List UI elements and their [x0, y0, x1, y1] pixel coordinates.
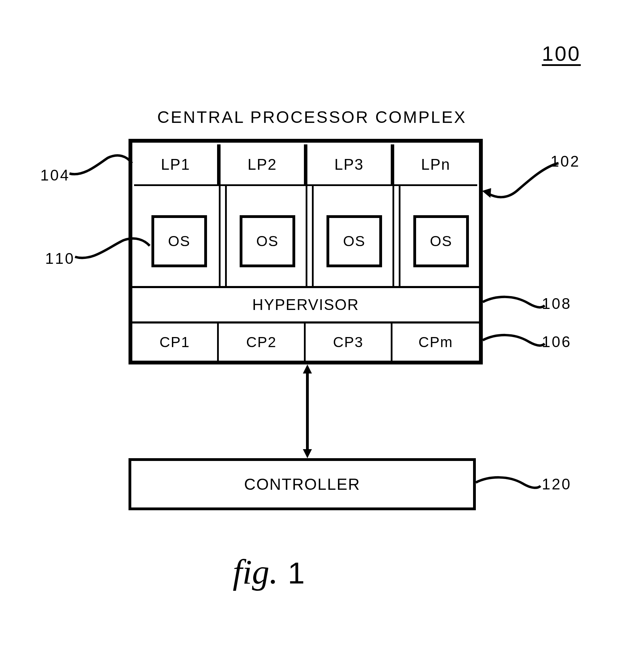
svg-marker-2	[303, 449, 312, 458]
lead-102	[482, 163, 562, 215]
lp-cell-2: LP2	[219, 144, 306, 186]
svg-marker-1	[303, 364, 312, 373]
cp-cell-m: CPm	[392, 324, 479, 361]
cp-cell-1: CP1	[132, 324, 219, 361]
os-box-1: OS	[151, 215, 207, 267]
lead-108	[483, 294, 545, 319]
callout-106: 106	[542, 333, 571, 351]
os-box-3: OS	[326, 215, 382, 267]
lp-cell-3: LP3	[306, 144, 392, 186]
lead-106	[483, 333, 545, 357]
os-box-n: OS	[413, 215, 469, 267]
figure-number: 100	[542, 42, 581, 66]
connector-arrow	[302, 364, 313, 458]
lp-divider-2b	[312, 186, 314, 286]
os-box-2: OS	[240, 215, 295, 267]
figure-caption: fig.1	[233, 552, 306, 592]
lp-divider-1b	[225, 186, 227, 286]
controller-box: CONTROLLER	[129, 458, 476, 510]
lead-104	[69, 153, 134, 184]
diagram-canvas: 100 CENTRAL PROCESSOR COMPLEX LP1 LP2 LP…	[0, 0, 637, 672]
callout-102: 102	[551, 153, 580, 170]
diagram-title: CENTRAL PROCESSOR COMPLEX	[138, 108, 486, 127]
hypervisor-row: HYPERVISOR	[132, 286, 479, 324]
lp-divider-3b	[399, 186, 400, 286]
lp-divider-3	[392, 186, 394, 286]
callout-110: 110	[45, 250, 75, 267]
lp-divider-2	[306, 186, 307, 286]
svg-marker-3	[482, 188, 491, 198]
cp-cell-3: CP3	[306, 324, 392, 361]
lead-120	[476, 475, 542, 499]
callout-104: 104	[40, 167, 70, 184]
lp-divider-1	[219, 186, 221, 286]
lp-cell-n: LPn	[392, 144, 477, 186]
cp-cell-2: CP2	[219, 324, 306, 361]
callout-120: 120	[542, 476, 571, 493]
lead-110	[75, 236, 151, 267]
callout-108: 108	[542, 295, 571, 312]
lp-cell-1: LP1	[134, 144, 219, 186]
